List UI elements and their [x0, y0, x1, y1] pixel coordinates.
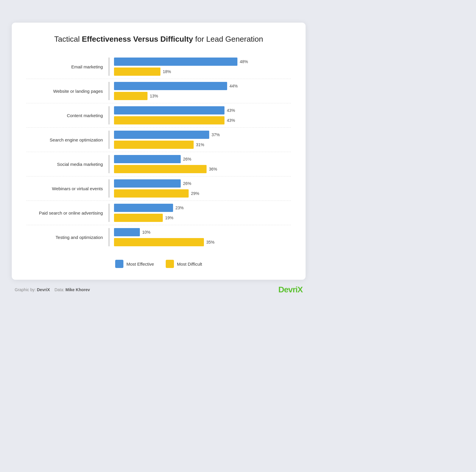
- chart-row: Webinars or virtual events 26% 29%: [26, 176, 291, 201]
- bar-yellow: [114, 214, 163, 222]
- bars-container: 37% 31%: [109, 131, 291, 149]
- legend-yellow-swatch: [166, 260, 174, 268]
- bar-yellow-pct: 36%: [209, 167, 217, 171]
- bar-line-blue: 44%: [114, 82, 291, 90]
- bar-blue: [114, 82, 227, 90]
- row-label: Paid search or online advertising: [26, 210, 109, 216]
- legend-blue-swatch: [115, 260, 123, 268]
- chart-row: Website or landing pages 44% 13%: [26, 79, 291, 103]
- legend-difficult-label: Most Difficult: [177, 262, 202, 267]
- footer-credit: Graphic by: DevriX Data: Mike Khorev: [15, 287, 90, 292]
- bar-yellow-pct: 19%: [165, 215, 173, 220]
- bar-line-blue: 48%: [114, 58, 291, 66]
- row-label: Testing and optimization: [26, 235, 109, 240]
- bar-blue-pct: 48%: [240, 59, 248, 64]
- chart-row: Social media marketing 26% 36%: [26, 152, 291, 176]
- bar-blue: [114, 131, 209, 139]
- bar-blue: [114, 58, 237, 66]
- row-label: Social media marketing: [26, 161, 109, 167]
- bar-yellow: [114, 141, 194, 149]
- chart-row: Paid search or online advertising 23% 19…: [26, 201, 291, 225]
- bar-line-yellow: 31%: [114, 141, 291, 149]
- row-label: Website or landing pages: [26, 88, 109, 94]
- bar-yellow-pct: 43%: [227, 118, 235, 123]
- bar-blue-pct: 37%: [212, 132, 220, 137]
- bar-blue-pct: 23%: [175, 205, 184, 210]
- legend: Most Effective Most Difficult: [26, 255, 291, 271]
- bar-line-blue: 37%: [114, 131, 291, 139]
- bars-container: 26% 36%: [109, 155, 291, 173]
- legend-effective: Most Effective: [115, 260, 154, 268]
- bar-yellow-pct: 35%: [206, 240, 214, 245]
- bar-yellow: [114, 68, 160, 76]
- bar-line-yellow: 35%: [114, 238, 291, 246]
- bar-yellow: [114, 116, 224, 124]
- bars-container: 10% 35%: [109, 228, 291, 246]
- bar-blue: [114, 106, 224, 114]
- bar-line-blue: 26%: [114, 155, 291, 163]
- bar-line-blue: 43%: [114, 106, 291, 114]
- chart-row: Search engine optimization 37% 31%: [26, 128, 291, 152]
- row-label: Webinars or virtual events: [26, 186, 109, 192]
- bar-yellow-pct: 13%: [150, 94, 158, 98]
- bar-blue: [114, 228, 140, 236]
- legend-difficult: Most Difficult: [166, 260, 202, 268]
- bar-blue: [114, 179, 181, 188]
- bar-line-yellow: 43%: [114, 116, 291, 124]
- chart-card: Tactical Effectiveness Versus Difficulty…: [12, 23, 306, 280]
- chart-row: Testing and optimization 10% 35%: [26, 225, 291, 249]
- bar-yellow: [114, 165, 207, 173]
- bar-line-yellow: 36%: [114, 165, 291, 173]
- bar-line-yellow: 13%: [114, 92, 291, 100]
- bar-line-blue: 10%: [114, 228, 291, 236]
- legend-effective-label: Most Effective: [126, 262, 154, 267]
- row-label: Content marketing: [26, 113, 109, 119]
- bars-container: 23% 19%: [109, 204, 291, 222]
- bar-blue-pct: 26%: [183, 181, 191, 186]
- bar-blue-pct: 26%: [183, 157, 191, 161]
- chart-area: Email marketing 48% 18% Website or landi…: [26, 55, 291, 249]
- row-label: Email marketing: [26, 64, 109, 70]
- chart-row: Content marketing 43% 43%: [26, 103, 291, 128]
- bar-line-blue: 26%: [114, 179, 291, 188]
- footer: Graphic by: DevriX Data: Mike Khorev Dev…: [12, 285, 306, 294]
- bar-blue-pct: 43%: [227, 108, 235, 113]
- devrix-logo: DevriX: [278, 285, 303, 294]
- bar-yellow-pct: 31%: [196, 142, 204, 147]
- bars-container: 44% 13%: [109, 82, 291, 100]
- bar-blue: [114, 204, 173, 212]
- bar-line-yellow: 19%: [114, 214, 291, 222]
- bars-container: 26% 29%: [109, 179, 291, 198]
- bar-yellow-pct: 18%: [163, 69, 171, 74]
- bar-line-yellow: 18%: [114, 68, 291, 76]
- bar-yellow: [114, 189, 189, 198]
- bar-line-yellow: 29%: [114, 189, 291, 198]
- bar-yellow: [114, 238, 204, 246]
- bar-blue-pct: 44%: [229, 84, 238, 88]
- bars-container: 43% 43%: [109, 106, 291, 124]
- bar-yellow: [114, 92, 148, 100]
- bar-blue-pct: 10%: [142, 230, 150, 235]
- chart-title: Tactical Effectiveness Versus Difficulty…: [26, 34, 291, 44]
- bars-container: 48% 18%: [109, 58, 291, 76]
- bar-blue: [114, 155, 181, 163]
- row-label: Search engine optimization: [26, 137, 109, 143]
- chart-row: Email marketing 48% 18%: [26, 55, 291, 79]
- bar-yellow-pct: 29%: [191, 191, 199, 196]
- bar-line-blue: 23%: [114, 204, 291, 212]
